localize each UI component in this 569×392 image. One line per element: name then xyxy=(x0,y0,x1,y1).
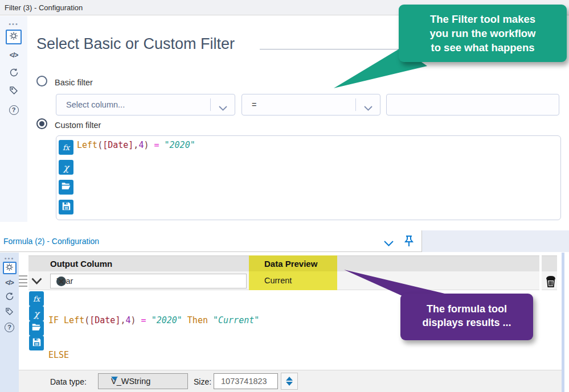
dropdown-divider xyxy=(355,98,356,111)
formula-config-titlebar: Formula (2) - Configuration xyxy=(0,230,422,252)
operator-value: = xyxy=(252,100,256,109)
basic-filter-label[interactable]: Basic filter xyxy=(55,78,93,87)
formula-config-title: Formula (2) - Configuration xyxy=(3,237,99,246)
code-line-2: ELSE xyxy=(48,348,259,362)
save-expression-button[interactable] xyxy=(29,336,44,350)
callout-line: displays results ... xyxy=(400,316,533,329)
purple-callout: The formula tool displays results ... xyxy=(400,294,533,340)
callout-line: The formula tool xyxy=(400,302,533,316)
code-brackets-icon: </> xyxy=(5,279,13,287)
collapse-chevron-icon[interactable] xyxy=(384,239,394,248)
more-options-icon[interactable]: ••• xyxy=(0,16,27,27)
functions-button[interactable]: fx xyxy=(29,291,44,306)
filter-heading: Select Basic or Custom Filter xyxy=(36,35,235,53)
filter-value-input[interactable] xyxy=(386,94,559,115)
output-column-header: Output Column xyxy=(50,259,112,269)
code-brackets-icon: </> xyxy=(10,51,18,59)
save-expression-button[interactable] xyxy=(59,200,73,214)
custom-filter-label[interactable]: Custom filter xyxy=(55,121,101,130)
data-type-dropdown[interactable]: V_WString xyxy=(98,373,188,389)
configuration-tab[interactable] xyxy=(6,30,22,44)
spinner-down-icon[interactable] xyxy=(286,382,293,386)
vertical-scrollbar[interactable] xyxy=(562,253,564,392)
data-preview-cell-highlight: Current xyxy=(249,271,337,290)
size-input[interactable]: 1073741823 xyxy=(214,373,278,389)
green-callout: The Filter tool makes you run the workfl… xyxy=(399,5,567,62)
gear-icon xyxy=(9,31,18,43)
data-preview-header-highlight: Data Preview xyxy=(249,255,337,271)
question-mark-icon: ? xyxy=(9,105,19,115)
filter-expression-editor[interactable]: fx χ Left([Date],4) = "2020" xyxy=(56,135,561,220)
tag-icon xyxy=(9,86,18,97)
select-column-placeholder: Select column... xyxy=(66,100,125,109)
row-drag-handle[interactable] xyxy=(19,275,27,287)
circular-arrow-icon xyxy=(9,68,19,80)
select-column-dropdown[interactable]: Select column... xyxy=(56,94,235,115)
gear-icon xyxy=(5,263,14,274)
reapply-tab[interactable] xyxy=(6,66,22,81)
data-type-label: Data type: xyxy=(50,377,87,386)
callout-line: The Filter tool makes xyxy=(399,12,567,26)
floppy-disk-icon xyxy=(32,338,41,349)
annotation-tab[interactable]: </> xyxy=(6,48,22,63)
filter-config-title: Filter (3) - Configuration xyxy=(5,3,83,12)
output-column-input[interactable]: Year ✕ xyxy=(50,274,247,288)
data-preview-header: Data Preview xyxy=(264,259,317,269)
formula-grid-header-end xyxy=(542,255,557,271)
fx-icon: fx xyxy=(33,295,40,303)
size-label: Size: xyxy=(194,377,211,386)
filter-expression-text: Left([Date],4) = "2020" xyxy=(77,140,195,150)
custom-filter-radio[interactable] xyxy=(36,118,47,129)
callout-line: to see what happens xyxy=(399,40,567,55)
spinner-up-icon[interactable] xyxy=(286,377,293,381)
panel-background xyxy=(422,230,569,252)
tag-tab[interactable] xyxy=(3,306,17,319)
reapply-tab[interactable] xyxy=(3,291,17,304)
code-line-1: IF Left([Date],4) = "2020" Then "Current… xyxy=(48,313,259,328)
chevron-down-icon[interactable] xyxy=(219,103,227,113)
size-spinner[interactable] xyxy=(281,373,298,390)
delete-row-button[interactable] xyxy=(545,275,556,290)
row-expand-chevron-icon[interactable] xyxy=(31,277,42,287)
more-options-icon[interactable]: ••• xyxy=(0,253,19,261)
circular-arrow-icon xyxy=(5,292,14,303)
basic-filter-radio[interactable] xyxy=(36,76,47,86)
floppy-disk-icon xyxy=(62,202,71,213)
clear-icon[interactable]: ✕ xyxy=(56,277,66,286)
question-mark-icon: ? xyxy=(5,323,14,332)
open-folder-icon xyxy=(62,182,71,192)
help-tab[interactable]: ? xyxy=(6,102,22,117)
chi-icon: χ xyxy=(63,162,69,173)
dropdown-divider xyxy=(210,98,211,111)
configuration-tab[interactable] xyxy=(3,262,17,274)
filter-sidebar: ••• </> xyxy=(0,16,27,222)
variables-button[interactable]: χ xyxy=(29,306,44,321)
open-folder-icon xyxy=(32,323,41,333)
help-tab[interactable]: ? xyxy=(3,321,17,333)
open-expression-button[interactable] xyxy=(59,180,73,195)
tag-tab[interactable] xyxy=(6,84,22,99)
size-value: 1073741823 xyxy=(221,377,267,386)
variables-button[interactable]: χ xyxy=(59,160,73,175)
fx-icon: fx xyxy=(63,143,69,152)
functions-button[interactable]: fx xyxy=(59,140,73,155)
annotation-tab[interactable]: </> xyxy=(3,277,17,289)
chevron-down-icon[interactable] xyxy=(364,103,372,113)
dropdown-arrow-icon xyxy=(111,377,118,381)
preview-value: Current xyxy=(264,276,292,285)
operator-dropdown[interactable]: = xyxy=(241,94,380,115)
pin-icon[interactable] xyxy=(403,235,415,249)
tag-icon xyxy=(5,307,14,318)
open-expression-button[interactable] xyxy=(29,321,44,336)
chi-icon: χ xyxy=(34,308,39,319)
formula-sidebar: ••• </> xyxy=(0,253,19,392)
callout-line: you run the workflow xyxy=(399,26,567,40)
trash-icon xyxy=(545,280,556,290)
screenshot-root: Filter (3) - Configuration ••• </> xyxy=(0,0,569,392)
